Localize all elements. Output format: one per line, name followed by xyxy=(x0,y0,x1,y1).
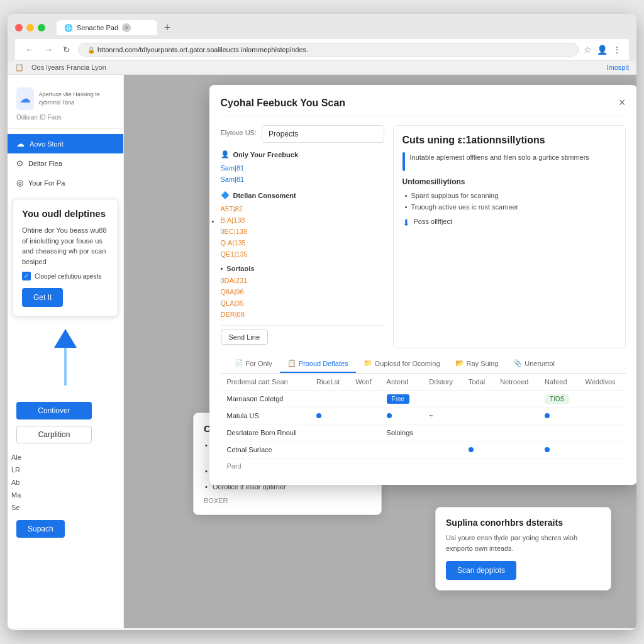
row4-col5 xyxy=(423,441,462,458)
modal-field-input[interactable] xyxy=(262,125,384,143)
sidebar-item-deltor[interactable]: ⊙ Deltor Flea xyxy=(8,153,123,173)
tabs-row: 📄 For Only 📋 Prooud Deflates 📁 Ouplosd f… xyxy=(221,355,626,374)
new-tab-btn[interactable]: + xyxy=(160,20,175,35)
sidebar-item-yourfor[interactable]: ◎ Your For Pa xyxy=(8,173,123,192)
star-icon[interactable]: ☆ xyxy=(584,45,592,55)
left-tooltip-panel: You oudl delptines Ohtine dor You beass … xyxy=(13,199,118,316)
tab-ouplosd[interactable]: 📁 Ouplosd for Ocoming xyxy=(356,355,448,373)
dtellan-label: Dtellan Consoment xyxy=(233,192,296,199)
sortaols-item-3[interactable]: DER|08 xyxy=(221,309,384,320)
row3-col5 xyxy=(423,425,462,441)
table-row: Cetnal Surlace xyxy=(221,441,626,458)
arrow-up-icon xyxy=(54,329,77,348)
sam1-link[interactable]: Sam|81 xyxy=(221,162,384,174)
tab-icon-0: 📄 xyxy=(235,359,243,367)
menu-icon[interactable]: ⋮ xyxy=(613,45,621,55)
sub-item-ab[interactable]: Ab xyxy=(8,476,123,489)
scan-line-area: Send Line xyxy=(221,325,384,348)
app-content: ☁ Apertuce vlie Hasking te cybrntral Tan… xyxy=(8,75,636,628)
main-content: Cyohal Feebuck You Scan × Elytove US: 👤 … xyxy=(124,75,636,628)
continover-btn[interactable]: Contiover xyxy=(16,402,92,419)
col-header-0: Predemal cart Sean xyxy=(221,374,311,391)
free-badge: Free xyxy=(387,394,410,404)
url-text: httonrnd.com/tdlyourponts.ort.gator.soal… xyxy=(97,46,308,53)
sub-item-se[interactable]: Se xyxy=(8,501,123,514)
tooltip-title: You oudl delptines xyxy=(22,208,109,219)
get-it-btn[interactable]: Get It xyxy=(22,288,63,307)
dtellan-item-4[interactable]: QE1|135 xyxy=(221,248,384,260)
field-label: Elytove US: xyxy=(221,129,257,136)
import-btn[interactable]: Imospit xyxy=(607,64,629,72)
sidebar-sub-items: Ale LR Ab Ma Se xyxy=(8,451,123,514)
bookmark-item[interactable]: 📋 xyxy=(15,64,24,72)
bookmarks-bar: 📋 Oos lyears Francia Lyon Imospit xyxy=(8,61,636,75)
sidebar: ☁ Apertuce vlie Hasking te cybrntral Tan… xyxy=(8,75,124,628)
arrow-item-text: Poss ollffject xyxy=(414,218,453,225)
row1-col4: Free xyxy=(380,391,423,408)
modal-title: Cyohal Feebuck You Scan xyxy=(221,97,346,109)
tab-ray[interactable]: 📂 Ray Suing xyxy=(448,355,506,373)
browser-tab[interactable]: 🌐 Senache Pad × xyxy=(57,20,157,35)
cloud-icon: ☁ xyxy=(16,139,25,148)
sidebar-logo: ☁ Apertuce vlie Hasking te cybrntral Tan… xyxy=(8,82,123,129)
sidebar-item-yourfor-label: Your For Pa xyxy=(28,179,65,187)
forward-btn[interactable]: → xyxy=(42,43,55,56)
bookmark-label[interactable]: Oos lyears Francia Lyon xyxy=(31,64,106,72)
row4-col2 xyxy=(310,441,349,458)
browser-tab-favicon: 🌐 xyxy=(64,24,73,32)
lock-icon: 🔒 xyxy=(87,47,95,53)
logo-box: ☁ Apertuce vlie Hasking te cybrntral Tan… xyxy=(16,87,114,110)
refresh-btn[interactable]: ↻ xyxy=(60,43,73,56)
logo-icon: ☁ xyxy=(16,87,34,110)
address-bar[interactable]: 🔒 httonrnd.com/tdlyourponts.ort.gator.so… xyxy=(78,43,579,57)
sub-item-ma[interactable]: Ma xyxy=(8,489,123,501)
back-btn[interactable]: ← xyxy=(23,43,36,56)
tab-uneru[interactable]: 📎 Uneruetol xyxy=(506,355,562,373)
scan-depplots-btn[interactable]: Scan depplots xyxy=(446,561,516,580)
only-feedback-label: Only Your Freebuck xyxy=(233,151,299,158)
arrow-line xyxy=(64,348,67,386)
dtellan-item-1[interactable]: B.A|138 xyxy=(221,214,384,226)
table-row: Desrlatare Born Rnouli Soloings xyxy=(221,425,626,441)
row2-col9 xyxy=(579,408,625,425)
sam2-link[interactable]: Sam|81 xyxy=(221,174,384,185)
dtellan-item-3[interactable]: Q.A|135 xyxy=(221,237,384,248)
row2-col6 xyxy=(462,408,494,425)
info-bullet-1: Inutable aplemest offliens and filen sol… xyxy=(402,152,616,171)
dtellan-icon: 🔷 xyxy=(221,191,230,199)
sortaols-item-2[interactable]: QLA|35 xyxy=(221,297,384,309)
dtellan-item-2[interactable]: 0EC|138 xyxy=(221,226,384,237)
maximize-window-btn[interactable] xyxy=(38,24,45,31)
info-arrow-item: ⬇ Poss ollffject xyxy=(402,218,616,228)
profile-icon[interactable]: 👤 xyxy=(597,45,608,55)
tab-for-only[interactable]: 📄 For Only xyxy=(227,355,280,373)
modal-close-btn[interactable]: × xyxy=(619,96,626,109)
row3-col4: Soloings xyxy=(380,425,423,441)
row1-col6 xyxy=(462,391,494,408)
row2-col2 xyxy=(310,408,349,425)
row1-col9 xyxy=(579,391,625,408)
send-line-btn[interactable]: Send Line xyxy=(221,330,269,345)
modal-right-panel: Cuts uning ε:1ationnsillytions Inutable … xyxy=(393,125,626,348)
supplina-panel: Suplina conorhbrs dsteraits Usi youre en… xyxy=(435,507,611,591)
tooltip-checkbox[interactable]: ✓ xyxy=(22,272,31,280)
dtellan-item-0[interactable]: A5T|82 xyxy=(221,203,384,214)
carplition-btn[interactable]: Carplition xyxy=(16,426,92,443)
address-bar-row: ← → ↻ 🔒 httonrnd.com/tdlyourponts.ort.ga… xyxy=(15,39,629,61)
tab-prooud[interactable]: 📋 Prooud Deflates xyxy=(280,355,356,373)
info-list-item-1: Spant supplous for scanning xyxy=(402,190,616,201)
close-window-btn[interactable] xyxy=(15,24,23,31)
sortaols-item-1[interactable]: Q8A|96 xyxy=(221,286,384,297)
row1-col5 xyxy=(423,391,462,408)
toolbar-icons: ☆ 👤 ⋮ xyxy=(584,45,621,55)
tab-close-btn[interactable]: × xyxy=(122,23,131,32)
sub-item-ale[interactable]: Ale xyxy=(8,451,123,464)
tab-icon-2: 📁 xyxy=(364,359,372,367)
sidebar-item-aovo[interactable]: ☁ Aovo Storit xyxy=(8,134,123,153)
sortaols-item-0[interactable]: 0DA|231 xyxy=(221,275,384,286)
sub-item-lr[interactable]: LR xyxy=(8,464,123,476)
minimize-window-btn[interactable] xyxy=(26,24,34,31)
row3-col3 xyxy=(349,425,380,441)
tooltip-checkbox-row: ✓ Cloopel cetlutiou apests xyxy=(22,272,109,280)
supach-btn[interactable]: Supach xyxy=(16,520,65,538)
